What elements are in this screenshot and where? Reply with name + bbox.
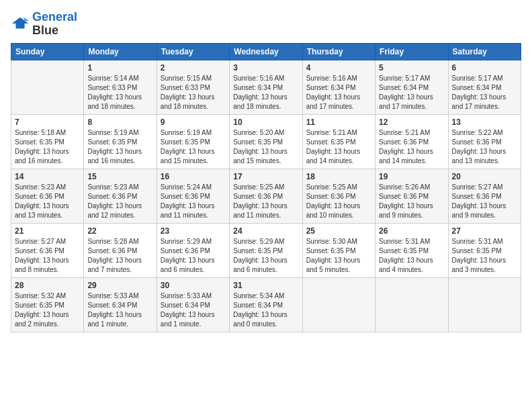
day-info: Sunrise: 5:16 AM Sunset: 6:34 PM Dayligh… [306,74,371,111]
day-info: Sunrise: 5:17 AM Sunset: 6:34 PM Dayligh… [379,74,444,111]
day-number: 4 [306,63,371,73]
calendar-cell: 29Sunrise: 5:33 AM Sunset: 6:34 PM Dayli… [84,277,157,332]
calendar-cell [302,277,375,332]
calendar-cell: 18Sunrise: 5:25 AM Sunset: 6:36 PM Dayli… [302,169,375,223]
day-info: Sunrise: 5:26 AM Sunset: 6:36 PM Dayligh… [379,183,444,220]
day-info: Sunrise: 5:33 AM Sunset: 6:34 PM Dayligh… [161,291,226,329]
day-number: 7 [15,118,80,127]
day-number: 31 [233,281,298,290]
day-number: 13 [452,118,517,127]
day-number: 27 [452,226,517,236]
calendar-cell: 22Sunrise: 5:28 AM Sunset: 6:36 PM Dayli… [84,223,157,277]
calendar-cell: 26Sunrise: 5:31 AM Sunset: 6:35 PM Dayli… [375,223,448,277]
calendar-cell: 12Sunrise: 5:21 AM Sunset: 6:36 PM Dayli… [375,114,448,169]
calendar-cell: 14Sunrise: 5:23 AM Sunset: 6:36 PM Dayli… [11,169,84,223]
day-number: 19 [379,172,444,181]
day-number: 11 [306,118,371,127]
day-info: Sunrise: 5:31 AM Sunset: 6:35 PM Dayligh… [379,237,444,275]
calendar-cell: 16Sunrise: 5:24 AM Sunset: 6:36 PM Dayli… [157,169,229,223]
day-info: Sunrise: 5:31 AM Sunset: 6:35 PM Dayligh… [452,237,517,275]
day-info: Sunrise: 5:33 AM Sunset: 6:34 PM Dayligh… [87,291,152,329]
day-info: Sunrise: 5:30 AM Sunset: 6:35 PM Dayligh… [306,237,371,275]
calendar-cell [375,277,448,332]
day-number: 2 [161,63,226,73]
day-info: Sunrise: 5:21 AM Sunset: 6:35 PM Dayligh… [306,128,371,166]
day-info: Sunrise: 5:27 AM Sunset: 6:36 PM Dayligh… [452,183,517,220]
day-info: Sunrise: 5:21 AM Sunset: 6:36 PM Dayligh… [379,128,444,166]
calendar-cell: 13Sunrise: 5:22 AM Sunset: 6:36 PM Dayli… [448,114,521,169]
day-info: Sunrise: 5:23 AM Sunset: 6:36 PM Dayligh… [15,183,80,220]
day-number: 10 [233,118,298,127]
day-header-monday: Monday [84,43,157,60]
day-info: Sunrise: 5:20 AM Sunset: 6:35 PM Dayligh… [233,128,298,166]
day-info: Sunrise: 5:16 AM Sunset: 6:34 PM Dayligh… [233,74,298,111]
calendar-week-row: 14Sunrise: 5:23 AM Sunset: 6:36 PM Dayli… [11,169,521,223]
calendar-cell [448,277,521,332]
logo: General Blue [11,11,77,38]
calendar-header-row: SundayMondayTuesdayWednesdayThursdayFrid… [11,43,521,60]
day-info: Sunrise: 5:22 AM Sunset: 6:36 PM Dayligh… [452,128,517,166]
day-info: Sunrise: 5:32 AM Sunset: 6:35 PM Dayligh… [15,291,80,329]
day-number: 28 [15,281,80,290]
day-info: Sunrise: 5:28 AM Sunset: 6:36 PM Dayligh… [87,237,152,275]
day-info: Sunrise: 5:17 AM Sunset: 6:34 PM Dayligh… [452,74,517,111]
day-info: Sunrise: 5:14 AM Sunset: 6:33 PM Dayligh… [87,74,152,111]
day-header-thursday: Thursday [302,43,375,60]
calendar-cell: 3Sunrise: 5:16 AM Sunset: 6:34 PM Daylig… [230,60,302,114]
day-number: 3 [233,63,298,73]
calendar-cell: 15Sunrise: 5:23 AM Sunset: 6:36 PM Dayli… [84,169,157,223]
calendar-week-row: 7Sunrise: 5:18 AM Sunset: 6:35 PM Daylig… [11,114,521,169]
calendar-cell: 11Sunrise: 5:21 AM Sunset: 6:35 PM Dayli… [302,114,375,169]
day-number: 20 [452,172,517,181]
logo-icon [11,15,30,34]
day-info: Sunrise: 5:19 AM Sunset: 6:35 PM Dayligh… [161,128,226,166]
day-number: 26 [379,226,444,236]
calendar-cell: 19Sunrise: 5:26 AM Sunset: 6:36 PM Dayli… [375,169,448,223]
day-info: Sunrise: 5:25 AM Sunset: 6:36 PM Dayligh… [306,183,371,220]
day-header-saturday: Saturday [448,43,521,60]
day-number: 16 [161,172,226,181]
calendar-cell: 8Sunrise: 5:19 AM Sunset: 6:35 PM Daylig… [84,114,157,169]
calendar-cell: 23Sunrise: 5:29 AM Sunset: 6:36 PM Dayli… [157,223,229,277]
calendar-cell [11,60,84,114]
calendar-cell: 21Sunrise: 5:27 AM Sunset: 6:36 PM Dayli… [11,223,84,277]
day-number: 6 [452,63,517,73]
page-header: General Blue [11,11,521,38]
day-info: Sunrise: 5:19 AM Sunset: 6:35 PM Dayligh… [87,128,152,166]
calendar-cell: 6Sunrise: 5:17 AM Sunset: 6:34 PM Daylig… [448,60,521,114]
day-number: 8 [87,118,152,127]
day-number: 12 [379,118,444,127]
calendar-table: SundayMondayTuesdayWednesdayThursdayFrid… [11,43,521,332]
calendar-cell: 17Sunrise: 5:25 AM Sunset: 6:36 PM Dayli… [230,169,302,223]
day-info: Sunrise: 5:18 AM Sunset: 6:35 PM Dayligh… [15,128,80,166]
day-number: 15 [87,172,152,181]
day-number: 25 [306,226,371,236]
day-info: Sunrise: 5:15 AM Sunset: 6:33 PM Dayligh… [161,74,226,111]
day-number: 23 [161,226,226,236]
calendar-cell: 20Sunrise: 5:27 AM Sunset: 6:36 PM Dayli… [448,169,521,223]
calendar-cell: 27Sunrise: 5:31 AM Sunset: 6:35 PM Dayli… [448,223,521,277]
calendar-week-row: 28Sunrise: 5:32 AM Sunset: 6:35 PM Dayli… [11,277,521,332]
day-info: Sunrise: 5:25 AM Sunset: 6:36 PM Dayligh… [233,183,298,220]
calendar-week-row: 21Sunrise: 5:27 AM Sunset: 6:36 PM Dayli… [11,223,521,277]
day-number: 14 [15,172,80,181]
calendar-cell: 7Sunrise: 5:18 AM Sunset: 6:35 PM Daylig… [11,114,84,169]
calendar-cell: 31Sunrise: 5:34 AM Sunset: 6:34 PM Dayli… [230,277,302,332]
day-number: 1 [87,63,152,73]
logo-text: General Blue [32,11,77,38]
day-number: 29 [87,281,152,290]
calendar-cell: 5Sunrise: 5:17 AM Sunset: 6:34 PM Daylig… [375,60,448,114]
day-header-wednesday: Wednesday [230,43,302,60]
day-number: 30 [161,281,226,290]
calendar-week-row: 1Sunrise: 5:14 AM Sunset: 6:33 PM Daylig… [11,60,521,114]
day-info: Sunrise: 5:34 AM Sunset: 6:34 PM Dayligh… [233,291,298,329]
day-number: 22 [87,226,152,236]
calendar-cell: 24Sunrise: 5:29 AM Sunset: 6:35 PM Dayli… [230,223,302,277]
day-header-sunday: Sunday [11,43,84,60]
day-number: 17 [233,172,298,181]
day-info: Sunrise: 5:29 AM Sunset: 6:36 PM Dayligh… [161,237,226,275]
day-info: Sunrise: 5:27 AM Sunset: 6:36 PM Dayligh… [15,237,80,275]
day-info: Sunrise: 5:24 AM Sunset: 6:36 PM Dayligh… [161,183,226,220]
day-header-tuesday: Tuesday [157,43,229,60]
calendar-cell: 25Sunrise: 5:30 AM Sunset: 6:35 PM Dayli… [302,223,375,277]
